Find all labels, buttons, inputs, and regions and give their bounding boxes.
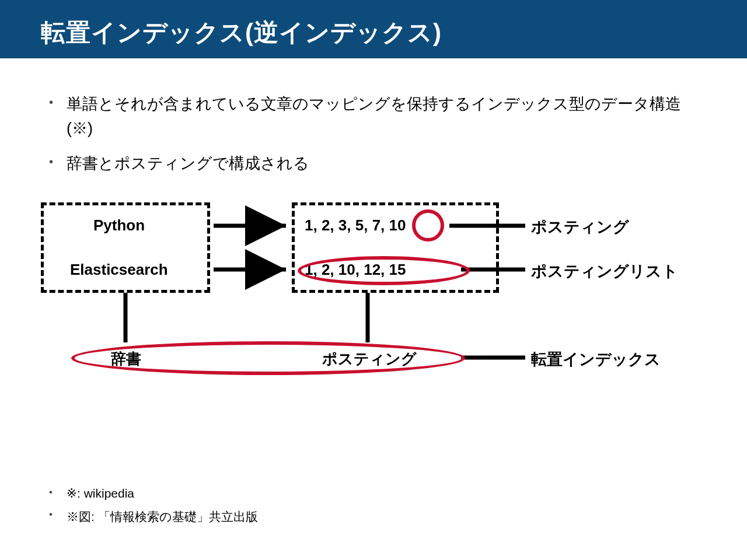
- ellipse-label-dictionary: 辞書: [111, 349, 141, 369]
- label-posting: ポスティング: [531, 216, 629, 237]
- circle-single-posting: [412, 209, 444, 242]
- term-elasticsearch: Elasticsearch: [70, 261, 168, 279]
- list-item: ※図: 「情報検索の基礎」共立出版: [41, 509, 258, 525]
- header: 転置インデックス(逆インデックス): [0, 0, 747, 58]
- foot-bullets: ※: wikipedia ※図: 「情報検索の基礎」共立出版: [41, 487, 258, 525]
- list-item: 単語とそれが含まれている文章のマッピングを保持するインデックス型のデータ構造(※…: [41, 92, 706, 141]
- list-item: ※: wikipedia: [41, 487, 258, 501]
- diagram: Python Elasticsearch 1, 2, 3, 5, 7, 10 1…: [41, 202, 718, 401]
- ellipse-label-posting: ポスティング: [322, 349, 417, 369]
- footer: ※: wikipedia ※図: 「情報検索の基礎」共立出版: [41, 478, 258, 533]
- page-title: 転置インデックス(逆インデックス): [41, 16, 706, 49]
- posting-row-1: 1, 2, 3, 5, 7, 10: [305, 216, 406, 235]
- circle-posting-list: [298, 256, 470, 285]
- label-inverted-index: 転置インデックス: [531, 349, 661, 370]
- list-item: 辞書とポスティングで構成される: [41, 152, 706, 176]
- term-python: Python: [93, 216, 145, 235]
- label-posting-list: ポスティングリスト: [531, 261, 678, 282]
- main-bullets: 単語とそれが含まれている文章のマッピングを保持するインデックス型のデータ構造(※…: [41, 92, 706, 176]
- content: 単語とそれが含まれている文章のマッピングを保持するインデックス型のデータ構造(※…: [0, 58, 747, 401]
